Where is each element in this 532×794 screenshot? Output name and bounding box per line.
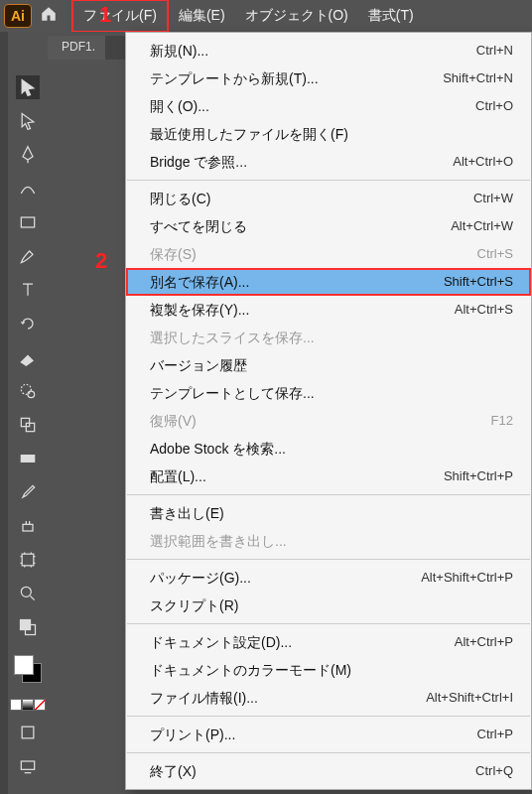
menu-item[interactable]: スクリプト(R) bbox=[126, 592, 531, 619]
shape-builder-tool-icon[interactable] bbox=[16, 413, 40, 437]
color-mode-swatches[interactable] bbox=[10, 699, 46, 711]
menu-item[interactable]: ファイル情報(I)...Alt+Shift+Ctrl+I bbox=[126, 684, 531, 712]
color-mode-none[interactable] bbox=[34, 699, 46, 711]
menu-item-shortcut: Ctrl+N bbox=[476, 41, 513, 61]
menu-item[interactable]: Adobe Stock を検索... bbox=[126, 435, 531, 463]
callout-1: 1 bbox=[99, 2, 111, 28]
menu-item[interactable]: ドキュメント設定(D)...Alt+Ctrl+P bbox=[126, 628, 531, 656]
screen-mode-icon[interactable] bbox=[16, 754, 40, 778]
menu-item-label: テンプレートから新規(T)... bbox=[150, 68, 319, 88]
menu-item[interactable]: テンプレートとして保存... bbox=[126, 379, 531, 407]
menu-object[interactable]: オブジェクト(O) bbox=[235, 1, 358, 31]
menu-item[interactable]: すべてを閉じるAlt+Ctrl+W bbox=[126, 212, 531, 240]
menu-item-shortcut: Shift+Ctrl+S bbox=[444, 272, 513, 292]
rotate-tool-icon[interactable] bbox=[16, 312, 40, 335]
callout-2: 2 bbox=[95, 248, 107, 274]
menu-item-label: 最近使用したファイルを開く(F) bbox=[150, 124, 348, 144]
direct-selection-tool-icon[interactable] bbox=[16, 109, 40, 133]
menu-item[interactable]: 閉じる(C)Ctrl+W bbox=[126, 185, 531, 212]
svg-point-1 bbox=[21, 384, 31, 394]
menu-item[interactable]: 配置(L)...Shift+Ctrl+P bbox=[126, 463, 531, 490]
menu-item[interactable]: 開く(O)...Ctrl+O bbox=[126, 92, 531, 120]
menu-edit[interactable]: 編集(E) bbox=[169, 1, 235, 31]
fill-stroke-swatches[interactable] bbox=[14, 655, 42, 683]
menu-item[interactable]: プリント(P)...Ctrl+P bbox=[126, 721, 531, 748]
menu-item-label: 選択範囲を書き出し... bbox=[150, 531, 287, 551]
menu-item[interactable]: 新規(N)...Ctrl+N bbox=[126, 37, 531, 65]
menu-item: 復帰(V)F12 bbox=[126, 407, 531, 435]
svg-rect-6 bbox=[23, 524, 33, 531]
menu-item: 選択したスライスを保存... bbox=[126, 324, 531, 351]
menu-item-label: プリント(P)... bbox=[150, 725, 235, 744]
menu-item-shortcut: Alt+Ctrl+W bbox=[451, 216, 513, 236]
menu-item[interactable]: Bridge で参照...Alt+Ctrl+O bbox=[126, 148, 531, 176]
menu-item-label: 複製を保存(Y)... bbox=[150, 300, 249, 320]
color-mode-solid[interactable] bbox=[10, 699, 22, 711]
svg-rect-7 bbox=[22, 554, 34, 566]
menu-item[interactable]: 書き出し(E) bbox=[126, 499, 531, 527]
menu-separator bbox=[127, 494, 530, 495]
symbol-sprayer-icon[interactable] bbox=[16, 514, 40, 538]
fill-stroke-toggle-icon[interactable] bbox=[16, 615, 40, 639]
menu-separator bbox=[127, 752, 530, 753]
menu-item-label: 書き出し(E) bbox=[150, 503, 224, 523]
app-logo: Ai bbox=[4, 4, 32, 28]
menu-item: 選択範囲を書き出し... bbox=[126, 527, 531, 555]
menu-item[interactable]: バージョン履歴 bbox=[126, 351, 531, 379]
svg-rect-4 bbox=[26, 423, 34, 431]
selection-tool-icon[interactable] bbox=[16, 75, 40, 99]
paintbrush-tool-icon[interactable] bbox=[16, 244, 40, 268]
menu-type[interactable]: 書式(T) bbox=[358, 1, 424, 31]
eraser-tool-icon[interactable] bbox=[16, 345, 40, 369]
gradient-tool-icon[interactable] bbox=[16, 447, 40, 470]
type-tool-icon[interactable] bbox=[16, 278, 40, 302]
menu-item-label: パッケージ(G)... bbox=[150, 568, 251, 588]
curvature-tool-icon[interactable] bbox=[16, 177, 40, 200]
menu-item-label: 新規(N)... bbox=[150, 41, 208, 61]
menu-item[interactable]: 終了(X)Ctrl+Q bbox=[126, 757, 531, 785]
eyedropper-tool-icon[interactable] bbox=[16, 480, 40, 504]
menu-item-label: ファイル情報(I)... bbox=[150, 688, 258, 708]
menu-item-label: 復帰(V) bbox=[150, 411, 197, 431]
home-icon[interactable] bbox=[40, 5, 58, 28]
menu-item-label: テンプレートとして保存... bbox=[150, 383, 315, 403]
svg-point-2 bbox=[28, 391, 35, 398]
draw-mode-icon[interactable] bbox=[16, 721, 40, 744]
svg-rect-5 bbox=[21, 456, 34, 463]
fill-swatch[interactable] bbox=[14, 655, 34, 675]
menu-item-shortcut: Alt+Shift+Ctrl+P bbox=[421, 568, 513, 588]
menu-item-shortcut: Ctrl+O bbox=[475, 96, 513, 116]
menu-file[interactable]: ファイル(F) bbox=[71, 0, 169, 33]
menu-item-label: 開く(O)... bbox=[150, 96, 209, 116]
menu-separator bbox=[127, 559, 530, 560]
zoom-tool-icon[interactable] bbox=[16, 582, 40, 605]
menu-item[interactable]: 別名で保存(A)...Shift+Ctrl+S bbox=[126, 268, 531, 296]
menu-item-shortcut: Ctrl+P bbox=[477, 725, 513, 744]
menu-item-shortcut: Ctrl+Q bbox=[475, 761, 513, 781]
menu-item[interactable]: ドキュメントのカラーモード(M) bbox=[126, 656, 531, 684]
color-mode-gradient[interactable] bbox=[22, 699, 34, 711]
menu-item-shortcut: Ctrl+W bbox=[473, 189, 513, 208]
artboard-tool-icon[interactable] bbox=[16, 548, 40, 572]
menu-item-label: ドキュメント設定(D)... bbox=[150, 632, 292, 652]
menu-item-label: 終了(X) bbox=[150, 761, 197, 781]
menu-item-shortcut: Shift+Ctrl+N bbox=[443, 68, 513, 88]
document-tab[interactable]: PDF1. bbox=[48, 36, 105, 60]
menu-item-shortcut: Alt+Ctrl+P bbox=[455, 632, 513, 652]
width-tool-icon[interactable] bbox=[16, 379, 40, 403]
menu-separator bbox=[127, 180, 530, 181]
svg-point-8 bbox=[21, 587, 31, 596]
pen-tool-icon[interactable] bbox=[16, 143, 40, 167]
svg-rect-12 bbox=[21, 761, 34, 769]
rectangle-tool-icon[interactable] bbox=[16, 210, 40, 234]
menu-item[interactable]: 複製を保存(Y)...Alt+Ctrl+S bbox=[126, 296, 531, 324]
menu-item[interactable]: 最近使用したファイルを開く(F) bbox=[126, 120, 531, 148]
menu-item-label: Adobe Stock を検索... bbox=[150, 439, 286, 459]
menu-item-label: すべてを閉じる bbox=[150, 216, 247, 236]
menu-item-label: 選択したスライスを保存... bbox=[150, 328, 315, 347]
menu-item-label: 閉じる(C) bbox=[150, 189, 210, 208]
menu-item[interactable]: テンプレートから新規(T)...Shift+Ctrl+N bbox=[126, 65, 531, 92]
menu-item[interactable]: パッケージ(G)...Alt+Shift+Ctrl+P bbox=[126, 564, 531, 592]
tool-panel bbox=[8, 32, 48, 794]
svg-rect-11 bbox=[22, 727, 34, 738]
